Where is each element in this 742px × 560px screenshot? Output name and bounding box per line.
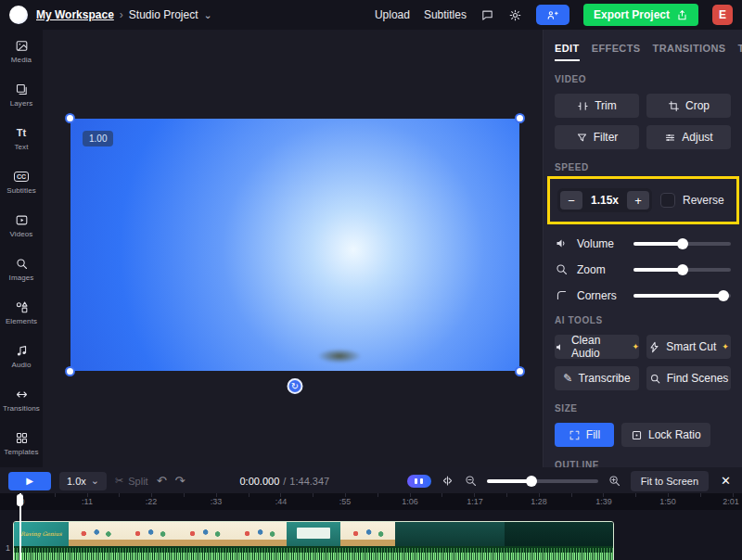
settings-gear-icon[interactable] — [508, 8, 522, 22]
video-content-detail — [317, 349, 362, 363]
tab-transitions[interactable]: TRANSITIONS — [653, 43, 726, 61]
transcribe-button[interactable]: ✎ Transcribe — [555, 366, 639, 390]
sidebar-item-text[interactable]: Tt Text — [0, 117, 43, 160]
invite-collaborators-button[interactable] — [536, 5, 569, 25]
play-button[interactable]: ▶ — [8, 472, 51, 490]
sidebar-item-subtitles[interactable]: CC Subtitles — [0, 160, 43, 204]
fit-to-screen-button[interactable]: Fit to Screen — [631, 471, 709, 491]
comments-icon[interactable] — [480, 8, 494, 22]
subtitles-button[interactable]: Subtitles — [424, 8, 467, 21]
playback-speed-dropdown[interactable]: 1.0x ⌄ — [59, 472, 107, 490]
elements-icon — [15, 300, 29, 314]
split-button[interactable]: ✂ Split — [115, 475, 148, 487]
ruler-tick: 1:39 — [595, 497, 612, 506]
clip-thumbnail — [395, 522, 450, 546]
timeline-zoom-knob[interactable] — [526, 476, 537, 487]
smart-cut-button[interactable]: Smart Cut ✦ — [646, 335, 731, 359]
trim-button[interactable]: Trim — [555, 94, 639, 118]
fill-button[interactable]: Fill — [555, 423, 614, 447]
transcribe-icon: ✎ — [563, 372, 572, 385]
section-ai-tools: AI TOOLS — [555, 315, 731, 325]
chevron-down-icon[interactable]: ⌄ — [204, 10, 212, 20]
section-video: VIDEO — [555, 74, 731, 84]
sidebar-item-more[interactable] — [0, 465, 43, 467]
rotate-handle[interactable]: ↻ — [288, 378, 303, 394]
app-logo[interactable] — [9, 6, 28, 24]
find-scenes-button[interactable]: Find Scenes — [646, 366, 731, 390]
current-time: 0:00.000 — [239, 476, 279, 487]
ruler-tick: :11 — [82, 497, 93, 506]
sidebar-item-videos[interactable]: Videos — [0, 204, 43, 248]
tab-edit[interactable]: EDIT — [555, 43, 580, 61]
editor-canvas[interactable]: 1.00 ↻ — [43, 30, 543, 467]
speed-increase-button[interactable]: + — [627, 191, 649, 210]
sidebar-item-layers[interactable]: Layers — [0, 73, 43, 117]
adjust-button[interactable]: Adjust — [646, 125, 731, 149]
resize-handle-bottom-left[interactable] — [65, 366, 75, 376]
sidebar-item-elements[interactable]: Elements — [0, 291, 43, 335]
playhead-handle[interactable] — [17, 494, 23, 506]
timeline-ruler[interactable]: 0 :11 :22 :33 :44 :55 1:06 1:17 1:28 1:3… — [0, 493, 742, 510]
clip-thumbnail: Raving Genius — [14, 522, 69, 546]
volume-slider-knob[interactable] — [677, 238, 688, 249]
reverse-checkbox[interactable] — [660, 193, 675, 208]
lock-ratio-button[interactable]: Lock Ratio — [621, 423, 710, 447]
undo-button[interactable]: ↶ — [157, 474, 167, 488]
timeline-markers-toggle-icon[interactable] — [407, 475, 431, 488]
speed-value: 1.15x — [582, 194, 627, 207]
tab-timing[interactable]: TIMING — [738, 43, 742, 61]
resize-handle-bottom-right[interactable] — [515, 366, 525, 376]
sidebar-item-audio[interactable]: Audio — [0, 335, 43, 378]
image-search-icon — [15, 257, 29, 271]
clip-thumbnails: Raving Genius — [14, 522, 613, 546]
video-layer[interactable]: 1.00 ↻ — [70, 119, 519, 371]
ruler-tick: 2:01 — [723, 497, 739, 506]
resize-handle-top-left[interactable] — [65, 113, 75, 123]
ruler-tick: :22 — [146, 497, 158, 506]
ruler-tick: 1:06 — [402, 497, 418, 506]
filter-icon — [576, 132, 588, 144]
chevron-down-icon: ⌄ — [91, 476, 99, 486]
audio-note-icon — [15, 344, 29, 358]
sidebar-item-media[interactable]: Media — [0, 30, 43, 73]
volume-row: Volume — [555, 236, 731, 250]
layers-icon — [15, 83, 29, 96]
video-clip[interactable]: Raving Genius — [13, 521, 614, 560]
speed-decrease-button[interactable]: − — [560, 191, 582, 210]
zoom-slider[interactable] — [633, 268, 731, 272]
zoom-row: Zoom — [555, 262, 731, 276]
corners-icon — [555, 288, 569, 302]
zoom-slider-knob[interactable] — [677, 264, 688, 275]
reverse-label: Reverse — [683, 194, 724, 207]
clean-audio-icon — [555, 341, 566, 353]
sidebar-item-transitions[interactable]: Transitions — [0, 378, 43, 422]
filter-button[interactable]: Filter — [555, 125, 639, 149]
corners-slider-knob[interactable] — [718, 290, 729, 301]
volume-slider[interactable] — [633, 242, 731, 246]
resize-handle-top-right[interactable] — [515, 113, 525, 123]
timeline-zoom-in-icon[interactable] — [608, 474, 621, 488]
crop-button[interactable]: Crop — [646, 94, 731, 118]
ruler-tick: 1:28 — [531, 497, 547, 506]
clean-audio-button[interactable]: Clean Audio ✦ — [555, 335, 639, 359]
project-title: Studio Project — [129, 8, 198, 21]
upload-button[interactable]: Upload — [375, 8, 410, 21]
breadcrumb: My Workspace › Studio Project ⌄ — [36, 8, 212, 21]
export-project-button[interactable]: Export Project — [583, 4, 698, 26]
corners-row: Corners — [555, 288, 731, 302]
sidebar-item-templates[interactable]: Templates — [0, 422, 43, 465]
smart-cut-icon — [648, 341, 660, 353]
section-size: SIZE — [555, 403, 731, 414]
clip-handles-icon[interactable] — [441, 474, 454, 488]
workspace-link[interactable]: My Workspace — [36, 8, 114, 21]
videos-icon — [15, 213, 29, 227]
close-icon[interactable]: ✕ — [718, 474, 734, 488]
section-outline: OUTLINE — [555, 460, 731, 467]
timeline-zoom-out-icon[interactable] — [464, 474, 478, 488]
tab-effects[interactable]: EFFECTS — [592, 43, 641, 61]
redo-button[interactable]: ↷ — [175, 474, 186, 488]
corners-slider[interactable] — [633, 294, 731, 298]
user-avatar[interactable]: E — [712, 5, 733, 25]
sidebar-item-images[interactable]: Images — [0, 248, 43, 291]
timeline-zoom-slider[interactable] — [487, 479, 598, 483]
